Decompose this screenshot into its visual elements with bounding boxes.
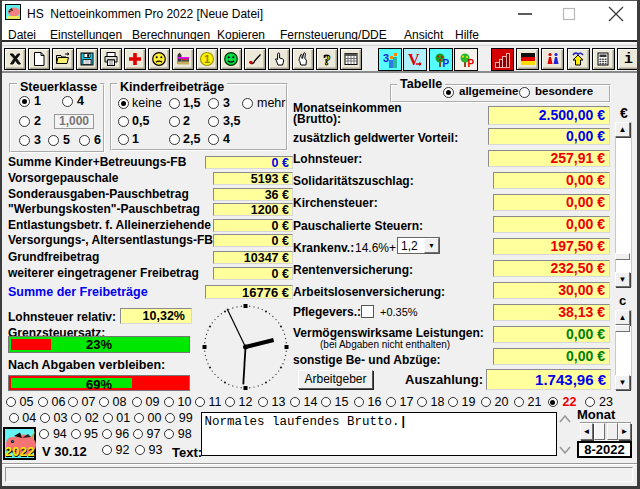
- svg-text:?: ?: [323, 52, 331, 68]
- svg-text:P: P: [442, 57, 449, 68]
- svg-text:3: 3: [383, 52, 389, 64]
- svg-text:1: 1: [204, 53, 210, 65]
- svg-text:P: P: [468, 57, 475, 68]
- svg-text:V: V: [408, 52, 420, 68]
- svg-text:2022: 2022: [5, 445, 35, 459]
